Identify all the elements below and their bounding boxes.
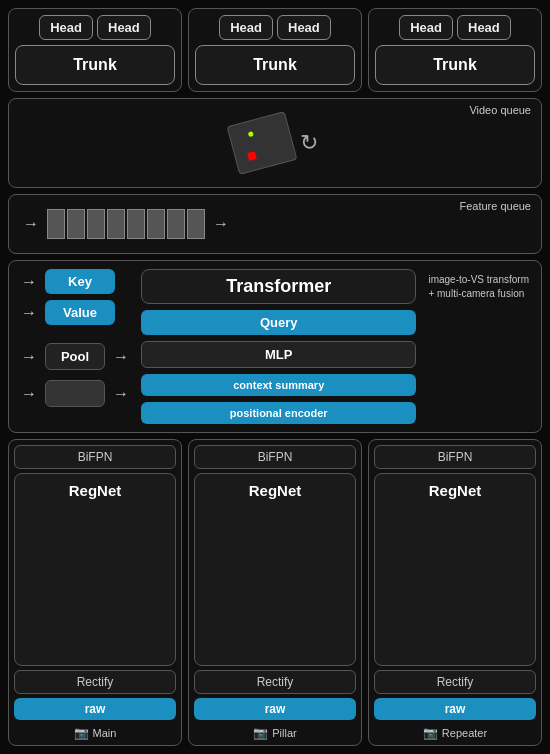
video-queue-section: Video queue ↻ [8, 98, 542, 188]
value-row: → Value [17, 300, 115, 325]
feature-block-7 [167, 209, 185, 239]
pool-out-arrow: → [113, 348, 129, 366]
camera-name-main: Main [93, 727, 117, 739]
trunk-col-2: Head Head Trunk [188, 8, 362, 92]
pool-row: → Pool → [17, 343, 133, 370]
feature-block-2 [67, 209, 85, 239]
transformer-description: image-to-VS transform + multi-camera fus… [424, 269, 533, 424]
key-arrow: → [21, 273, 37, 291]
pool-arrow: → [21, 348, 37, 366]
camera-label-repeater: 📷 Repeater [374, 726, 536, 740]
dark-input-row: → → [17, 380, 133, 407]
head-box-2-2: Head [277, 15, 331, 40]
value-arrow: → [21, 304, 37, 322]
transformer-desc-text: image-to-VS transform + multi-camera fus… [428, 274, 529, 299]
rectify-pillar: Rectify [194, 670, 356, 694]
bifpn-pillar: BiFPN [194, 445, 356, 469]
main-container: Head Head Trunk Head Head Trunk Head Hea… [0, 0, 550, 754]
arrow-right: → [213, 215, 229, 233]
head-box-1-2: Head [97, 15, 151, 40]
rectify-main: Rectify [14, 670, 176, 694]
refresh-icon: ↻ [300, 130, 318, 156]
feature-block-8 [187, 209, 205, 239]
query-box: Query [141, 310, 416, 335]
regnet-repeater: RegNet [374, 473, 536, 666]
positional-box: positional encoder [141, 402, 416, 424]
heads-row-2: Head Head [195, 15, 355, 40]
top-section: Head Head Trunk Head Head Trunk Head Hea… [8, 8, 542, 92]
regnet-main: RegNet [14, 473, 176, 666]
transformer-center: Transformer Query MLP context summary po… [141, 269, 416, 424]
dark-input-arrow: → [21, 385, 37, 403]
trunk-label-3: Trunk [375, 45, 535, 85]
arrow-left: → [23, 215, 39, 233]
video-queue-label: Video queue [469, 104, 531, 116]
camera-col-main: BiFPN RegNet Rectify raw 📷 Main [8, 439, 182, 746]
camera-icon-pillar: 📷 [253, 726, 268, 740]
camera-label-pillar: 📷 Pillar [194, 726, 356, 740]
feature-block-4 [107, 209, 125, 239]
pool-box: Pool [45, 343, 105, 370]
heads-row-3: Head Head [375, 15, 535, 40]
raw-repeater: raw [374, 698, 536, 720]
head-box-3-2: Head [457, 15, 511, 40]
dark-input-box [45, 380, 105, 407]
video-queue-content: ↻ [9, 99, 541, 187]
feature-queue-section: Feature queue → → [8, 194, 542, 254]
feature-queue-content: → → [19, 209, 233, 239]
camera-icon-main: 📷 [74, 726, 89, 740]
camera-col-repeater: BiFPN RegNet Rectify raw 📷 Repeater [368, 439, 542, 746]
head-box-3-1: Head [399, 15, 453, 40]
feature-block-3 [87, 209, 105, 239]
bifpn-main: BiFPN [14, 445, 176, 469]
raw-pillar: raw [194, 698, 356, 720]
dark-out-arrow: → [113, 385, 129, 403]
cameras-section: BiFPN RegNet Rectify raw 📷 Main BiFPN Re… [8, 439, 542, 746]
feature-blocks [47, 209, 205, 239]
value-box: Value [45, 300, 115, 325]
transformer-left: → Key → Value → Pool → → → [17, 269, 133, 424]
transformer-title: Transformer [141, 269, 416, 304]
feature-block-1 [47, 209, 65, 239]
camera-name-pillar: Pillar [272, 727, 296, 739]
feature-queue-label: Feature queue [459, 200, 531, 212]
rectify-repeater: Rectify [374, 670, 536, 694]
transformer-section: → Key → Value → Pool → → → [8, 260, 542, 433]
camera-col-pillar: BiFPN RegNet Rectify raw 📷 Pillar [188, 439, 362, 746]
bifpn-repeater: BiFPN [374, 445, 536, 469]
trunk-label-2: Trunk [195, 45, 355, 85]
context-box: context summary [141, 374, 416, 396]
feature-block-6 [147, 209, 165, 239]
head-box-2-1: Head [219, 15, 273, 40]
camera-label-main: 📷 Main [14, 726, 176, 740]
key-box: Key [45, 269, 115, 294]
mlp-box: MLP [141, 341, 416, 368]
trunk-label-1: Trunk [15, 45, 175, 85]
key-row: → Key [17, 269, 115, 294]
camera-card [227, 111, 298, 175]
camera-icon-repeater: 📷 [423, 726, 438, 740]
trunk-col-1: Head Head Trunk [8, 8, 182, 92]
regnet-pillar: RegNet [194, 473, 356, 666]
camera-name-repeater: Repeater [442, 727, 487, 739]
heads-row-1: Head Head [15, 15, 175, 40]
raw-main: raw [14, 698, 176, 720]
feature-block-5 [127, 209, 145, 239]
head-box-1-1: Head [39, 15, 93, 40]
trunk-col-3: Head Head Trunk [368, 8, 542, 92]
